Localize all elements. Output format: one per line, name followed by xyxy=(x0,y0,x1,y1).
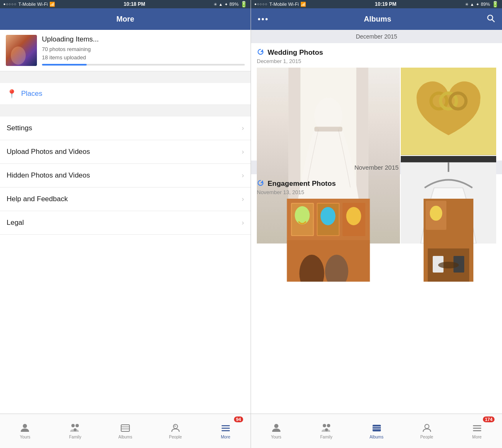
person-icon-yours-right xyxy=(271,423,282,433)
right-carrier-label: T-Mobile Wi-Fi xyxy=(269,2,299,7)
more-icon-right xyxy=(472,423,483,433)
left-tab-bar: Yours Family Albums xyxy=(0,414,251,448)
svg-line-14 xyxy=(492,19,495,22)
album-wedding[interactable]: Wedding Photos December 1, 2015 xyxy=(251,43,502,159)
svg-rect-11 xyxy=(222,428,230,429)
svg-point-65 xyxy=(425,424,429,429)
upload-sub2: 18 items uploaded xyxy=(42,54,245,62)
right-bluetooth-icon: ✦ xyxy=(476,2,479,7)
menu-item-label-settings: Settings xyxy=(7,124,32,132)
section-sep-2 xyxy=(0,105,251,117)
svg-point-1 xyxy=(11,46,26,65)
svg-point-4 xyxy=(76,424,79,427)
tab-yours-right[interactable]: Yours xyxy=(251,414,301,448)
bluetooth-icon: ✦ xyxy=(224,2,228,7)
svg-rect-68 xyxy=(473,430,481,431)
tab-family-right[interactable]: Family xyxy=(301,414,351,448)
right-location-icon: ▲ xyxy=(470,2,474,7)
menu-item-legal[interactable]: Legal › xyxy=(0,211,251,235)
right-tab-bar: Yours Family Albums xyxy=(251,414,502,448)
left-nav-title: More xyxy=(116,15,134,24)
svg-point-41 xyxy=(346,207,361,225)
tab-label-albums-right: Albums xyxy=(370,435,383,439)
menu-item-settings[interactable]: Settings › xyxy=(0,117,251,140)
upload-thumbnail xyxy=(6,35,37,66)
wedding-photo-rings xyxy=(401,68,496,155)
menu-item-label-legal: Legal xyxy=(7,219,24,227)
scroll-bottom-space xyxy=(251,282,502,290)
section-sep-1 xyxy=(0,71,251,83)
tab-people-right[interactable]: People xyxy=(402,414,452,448)
upload-thumb-art xyxy=(6,35,37,66)
tab-more-right[interactable]: 174 More xyxy=(452,414,502,448)
svg-rect-6 xyxy=(121,425,129,431)
people-icon-left xyxy=(170,423,181,433)
right-time-label: 10:19 PM xyxy=(375,1,397,7)
left-status-left: ●○○○○ T-Mobile Wi-Fi 📶 xyxy=(3,2,55,7)
engagement-side-svg xyxy=(401,199,496,282)
albums-scroll[interactable]: December 2015 Wedding Photos December 1,… xyxy=(251,30,502,414)
tab-label-yours-left: Yours xyxy=(20,435,30,439)
chevron-icon-hidden: › xyxy=(242,172,244,179)
tab-albums-right[interactable]: Albums xyxy=(351,414,402,448)
svg-rect-20 xyxy=(314,127,342,132)
right-wifi-icon: 📶 xyxy=(300,2,306,7)
menu-item-label-help: Help and Feedback xyxy=(7,195,68,203)
svg-point-57 xyxy=(438,262,459,268)
menu-item-help[interactable]: Help and Feedback › xyxy=(0,187,251,211)
svg-rect-62 xyxy=(373,425,381,431)
tab-label-yours-right: Yours xyxy=(271,435,281,439)
tab-label-family-right: Family xyxy=(320,435,332,439)
time-label: 10:18 PM xyxy=(124,1,145,7)
upload-thumb-svg xyxy=(6,35,37,66)
signal-dots: ●○○○○ xyxy=(3,2,17,6)
person-icon-yours-left xyxy=(19,423,30,433)
svg-point-13 xyxy=(488,15,493,20)
right-status-left: ●○○○○ T-Mobile Wi-Fi 📶 xyxy=(254,2,306,7)
wifi-icon: 📶 xyxy=(49,2,55,7)
albums-icon-left xyxy=(120,423,131,433)
more-badge-right: 174 xyxy=(483,416,495,422)
tab-label-family-left: Family xyxy=(69,435,81,439)
engagement-photo-side xyxy=(401,199,496,282)
menu-item-hidden[interactable]: Hidden Photos and Videos › xyxy=(0,164,251,187)
tab-yours-left[interactable]: Yours xyxy=(0,414,50,448)
tab-label-people-right: People xyxy=(420,435,433,439)
places-row[interactable]: 📍 Places xyxy=(0,83,251,105)
svg-rect-67 xyxy=(473,428,481,429)
heart-rings-svg xyxy=(401,68,496,155)
left-status-bar: ●○○○○ T-Mobile Wi-Fi 📶 10:18 PM ✳ ▲ ✦ 89… xyxy=(0,0,251,8)
tab-label-more-right: More xyxy=(472,435,482,439)
right-brightness-icon: ✳ xyxy=(465,2,468,7)
svg-rect-27 xyxy=(401,156,496,162)
nav-search-icon[interactable] xyxy=(486,14,495,25)
svg-point-59 xyxy=(323,424,326,427)
battery-icon: 🔋 xyxy=(240,1,247,7)
month-header-december: December 2015 xyxy=(251,30,502,43)
chevron-icon-help: › xyxy=(242,195,244,203)
albums-icon-right xyxy=(371,423,382,433)
svg-point-49 xyxy=(430,206,442,221)
location-icon: ▲ xyxy=(219,2,223,7)
nav-more-dots[interactable]: ••• xyxy=(258,15,269,24)
upload-progress-fill xyxy=(42,64,87,66)
people-icon-right xyxy=(422,423,432,433)
tab-people-left[interactable]: People xyxy=(150,414,200,448)
upload-card[interactable]: Uploading Items... 70 photos remaining 1… xyxy=(0,30,251,71)
menu-item-upload[interactable]: Upload Photos and Videos › xyxy=(0,140,251,164)
wedding-photo-grid xyxy=(257,68,496,159)
menu-list: Settings › Upload Photos and Videos › Hi… xyxy=(0,117,251,414)
family-icon-right xyxy=(321,423,332,433)
wedding-album-date: December 1, 2015 xyxy=(257,58,496,64)
tab-family-left[interactable]: Family xyxy=(50,414,100,448)
albums-nav-title: Albums xyxy=(364,15,391,24)
left-status-right: ✳ ▲ ✦ 89% 🔋 xyxy=(214,1,247,7)
battery-label: 89% xyxy=(229,2,239,7)
wedding-title-row: Wedding Photos xyxy=(257,48,496,57)
carrier-label: T-Mobile Wi-Fi xyxy=(18,2,48,7)
engagement-sync-icon xyxy=(257,179,264,188)
svg-rect-66 xyxy=(473,425,481,426)
tab-label-albums-left: Albums xyxy=(118,435,132,439)
tab-more-left[interactable]: 94 More xyxy=(200,414,251,448)
tab-albums-left[interactable]: Albums xyxy=(100,414,151,448)
